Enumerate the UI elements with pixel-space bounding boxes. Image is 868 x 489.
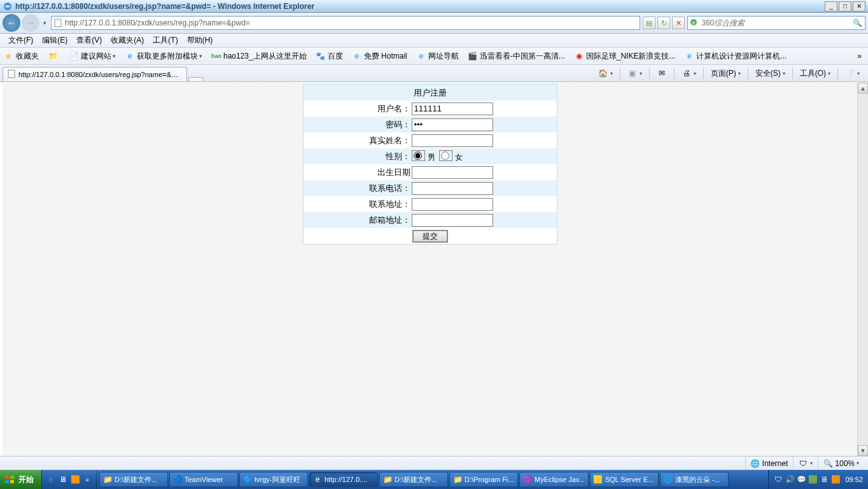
search-bar[interactable]: e 🔍	[687, 16, 865, 30]
back-button[interactable]: ←	[3, 14, 20, 32]
radio-male[interactable]	[414, 152, 422, 160]
cmd-mail[interactable]: ✉	[654, 67, 670, 80]
search-provider-icon: e	[689, 18, 699, 28]
compat-view-button[interactable]: ▤	[643, 17, 655, 29]
task-item-6[interactable]: 🟣MyEclipse Jav...	[519, 472, 589, 487]
scroll-down-button[interactable]: ▼	[858, 445, 868, 456]
taskbar: 开始 e 🖥 🟧 » 📁D:\新建文件... 🔵TeamViewer 🔷tvrg…	[0, 470, 868, 489]
menu-view[interactable]: 查看(V)	[72, 34, 106, 47]
cmd-help[interactable]: ❔▾	[842, 67, 863, 80]
tray-icon[interactable]: 🟧	[831, 475, 840, 484]
label-gender: 性别：	[304, 151, 412, 162]
task-item-2[interactable]: 🔷tvrgy-阿里旺旺	[239, 472, 308, 487]
input-realname[interactable]	[412, 134, 493, 147]
tray-icon[interactable]: 🔊	[785, 475, 794, 484]
scroll-track[interactable]	[858, 94, 868, 445]
fav-item-7[interactable]: ◉国际足球_NIKE新浪竞技...	[570, 50, 680, 63]
minimize-button[interactable]: _	[825, 1, 837, 11]
tab-page-icon	[7, 69, 16, 80]
input-address[interactable]	[412, 198, 493, 211]
fav-item-1[interactable]: e获取更多附加模块▾	[121, 50, 206, 63]
start-button[interactable]: 开始	[0, 470, 42, 489]
tray-icon[interactable]: 💬	[797, 475, 806, 484]
fav-item-3[interactable]: 🐾百度	[312, 50, 347, 63]
task-label: SQL Server E...	[605, 476, 654, 483]
cmd-print[interactable]: 🖨▾	[678, 67, 699, 80]
task-item-0[interactable]: 📁D:\新建文件...	[99, 472, 168, 487]
zoom-icon: 🔍	[823, 459, 833, 468]
cmd-safety-label: 安全(S)	[755, 68, 781, 79]
menu-help[interactable]: 帮助(H)	[183, 34, 218, 47]
label-female: 女	[455, 153, 463, 162]
close-button[interactable]: ✕	[853, 1, 865, 11]
nav-history-dropdown[interactable]: ▾	[41, 17, 48, 29]
svg-rect-7	[10, 476, 14, 479]
task-item-5[interactable]: 📁D:\Program Fi...	[449, 472, 518, 487]
tray-icon[interactable]: 🟩	[808, 475, 817, 484]
ql-desktop-icon[interactable]: 🖥	[58, 474, 68, 485]
label-phone: 联系电话：	[304, 183, 412, 194]
svg-rect-6	[5, 476, 9, 479]
tab-active[interactable]: http://127.0.0.1:8080/zxdk/users/reg.jsp…	[3, 67, 187, 82]
fav-item-0[interactable]: 📄建议网站▾	[65, 50, 120, 63]
task-item-7[interactable]: 🟨SQL Server E...	[590, 472, 659, 487]
address-bar[interactable]	[51, 16, 640, 30]
taskbar-clock[interactable]: 09:52	[845, 476, 863, 483]
input-phone[interactable]	[412, 182, 493, 195]
cmd-page-label: 页面(P)	[711, 68, 736, 79]
label-birth: 出生日期	[304, 167, 412, 178]
menu-edit[interactable]: 编辑(E)	[38, 34, 72, 47]
fav-item-6[interactable]: 🎬迅雷看看-中国第一高清...	[464, 50, 569, 63]
cmd-safety[interactable]: 安全(S)▾	[752, 67, 788, 80]
task-item-3[interactable]: ehttp://127.0....	[309, 472, 378, 487]
cmd-tools[interactable]: 工具(O)▾	[797, 67, 834, 80]
fav-item-8[interactable]: e计算机设计资源网计算机...	[680, 50, 790, 63]
task-label: D:\新建文件...	[395, 475, 437, 485]
ql-app-icon[interactable]: 🟧	[70, 474, 80, 485]
input-email[interactable]	[412, 214, 493, 227]
vertical-scrollbar[interactable]: ▲ ▼	[857, 83, 868, 456]
menu-tools[interactable]: 工具(T)	[148, 34, 182, 47]
cmd-home[interactable]: 🏠▾	[595, 67, 616, 80]
ql-ie-icon[interactable]: e	[46, 474, 56, 485]
quick-launch: e 🖥 🟧 »	[42, 470, 97, 489]
radio-female[interactable]	[441, 152, 449, 160]
svg-rect-9	[10, 480, 14, 483]
input-password[interactable]	[412, 118, 493, 131]
favorites-add-icon[interactable]: 📁	[44, 50, 64, 62]
submit-button[interactable]: 提交	[412, 230, 448, 243]
search-button[interactable]: 🔍	[851, 17, 864, 29]
task-label: MyEclipse Jav...	[535, 476, 585, 483]
favorites-star-icon[interactable]: ★	[3, 50, 14, 62]
fav-item-5[interactable]: e网址导航	[412, 50, 463, 63]
windows-flag-icon	[4, 474, 15, 485]
task-item-1[interactable]: 🔵TeamViewer	[169, 472, 238, 487]
cmd-feeds[interactable]: ▣▾	[624, 67, 645, 80]
favorites-overflow[interactable]: »	[853, 52, 865, 60]
fav-item-label: 计算机设计资源网计算机...	[696, 51, 787, 62]
input-birth[interactable]	[412, 166, 493, 179]
fav-item-4[interactable]: e免费 Hotmail	[348, 50, 411, 63]
menu-favorites[interactable]: 收藏夹(A)	[106, 34, 148, 47]
forward-button[interactable]: →	[22, 14, 39, 32]
new-tab-button[interactable]	[188, 77, 204, 82]
input-username[interactable]	[412, 103, 493, 115]
fav-item-2[interactable]: haohao123_上网从这里开始	[207, 50, 311, 63]
cmd-page[interactable]: 页面(P)▾	[708, 67, 744, 80]
ql-overflow[interactable]: »	[82, 474, 92, 485]
fav-item-label: 网址导航	[428, 51, 459, 62]
task-item-8[interactable]: 🌐漆黑的云朵 -...	[660, 472, 729, 487]
address-input[interactable]	[65, 17, 638, 29]
tray-icon[interactable]: 🖥	[820, 475, 829, 484]
zoom-control[interactable]: 🔍 100% ▾	[818, 457, 864, 470]
maximize-button[interactable]: □	[839, 1, 851, 11]
favorites-bar: ★ 收藏夹 📁 📄建议网站▾ e获取更多附加模块▾ haohao123_上网从这…	[0, 48, 868, 65]
tray-icon[interactable]: 🛡	[774, 475, 783, 484]
task-item-4[interactable]: 📁D:\新建文件...	[379, 472, 448, 487]
stop-button[interactable]: ✕	[672, 17, 685, 29]
scroll-up-button[interactable]: ▲	[858, 83, 868, 94]
refresh-button[interactable]: ↻	[657, 17, 670, 29]
search-input[interactable]	[701, 18, 851, 27]
start-label: 开始	[18, 474, 34, 485]
menu-file[interactable]: 文件(F)	[4, 34, 38, 47]
